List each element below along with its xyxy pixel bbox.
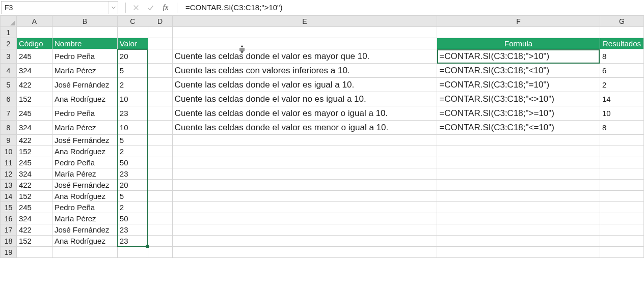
row-header[interactable]: 9 — [1, 135, 17, 146]
cell-G5[interactable]: 2 — [600, 78, 643, 92]
cell-G14[interactable] — [600, 191, 643, 202]
row-header[interactable]: 5 — [1, 78, 17, 92]
cell-C3[interactable]: 20 — [117, 49, 148, 64]
cell-A2[interactable]: Código — [16, 38, 52, 49]
cell-B12[interactable]: María Pérez — [52, 168, 117, 180]
row-header[interactable]: 13 — [1, 180, 17, 191]
cell-E4[interactable]: Cuente las celdas con valores inferiores… — [172, 64, 437, 78]
cell-E3[interactable]: Cuente las celdas donde el valor es mayo… — [172, 49, 437, 64]
cell-D4[interactable] — [148, 64, 172, 78]
cell-F15[interactable] — [437, 202, 600, 213]
col-header-F[interactable]: F — [437, 16, 600, 27]
cell-C1[interactable] — [117, 27, 148, 38]
cell-B2[interactable]: Nombre — [52, 38, 117, 49]
cell-D9[interactable] — [148, 135, 172, 146]
cell-E7[interactable]: Cuente las celdas donde el valor es mayo… — [172, 106, 437, 121]
cell-E16[interactable] — [172, 213, 437, 224]
cell-F16[interactable] — [437, 213, 600, 224]
cell-A17[interactable]: 422 — [16, 224, 52, 236]
col-header-E[interactable]: E — [172, 16, 437, 27]
cell-G2[interactable]: Resultados — [600, 38, 643, 49]
row-header[interactable]: 11 — [1, 157, 17, 168]
cell-A7[interactable]: 245 — [16, 106, 52, 121]
cell-D3[interactable] — [148, 49, 172, 64]
cell-E5[interactable]: Cuente las celdas donde el valor es igua… — [172, 78, 437, 92]
cell-B8[interactable]: María Pérez — [52, 121, 117, 135]
cell-D13[interactable] — [148, 180, 172, 191]
cell-C4[interactable]: 5 — [117, 64, 148, 78]
cell-A9[interactable]: 422 — [16, 135, 52, 146]
name-box-dropdown-icon[interactable] — [109, 2, 118, 14]
cell-F18[interactable] — [437, 236, 600, 247]
cell-B17[interactable]: José Fernández — [52, 224, 117, 236]
cell-A16[interactable]: 324 — [16, 213, 52, 224]
cell-D16[interactable] — [148, 213, 172, 224]
col-header-C[interactable]: C — [117, 16, 148, 27]
cell-C16[interactable]: 50 — [117, 213, 148, 224]
cell-C8[interactable]: 10 — [117, 121, 148, 135]
cell-A4[interactable]: 324 — [16, 64, 52, 78]
row-header[interactable]: 18 — [1, 236, 17, 247]
cell-G10[interactable] — [600, 146, 643, 157]
cell-G17[interactable] — [600, 224, 643, 236]
cell-B19[interactable] — [52, 247, 117, 258]
cell-F2[interactable]: Formula — [437, 38, 600, 49]
cell-C12[interactable]: 23 — [117, 168, 148, 180]
cell-F4[interactable]: =CONTAR.SI(C3:C18;"<10") — [437, 64, 600, 78]
fx-label[interactable]: fx — [157, 3, 174, 12]
cell-A19[interactable] — [16, 247, 52, 258]
cell-A10[interactable]: 152 — [16, 146, 52, 157]
cell-A6[interactable]: 152 — [16, 92, 52, 106]
cell-A14[interactable]: 152 — [16, 191, 52, 202]
cell-D2[interactable] — [148, 38, 172, 49]
name-box[interactable]: F3 — [1, 1, 118, 14]
row-header[interactable]: 14 — [1, 191, 17, 202]
cell-A3[interactable]: 245 — [16, 49, 52, 64]
row-header[interactable]: 16 — [1, 213, 17, 224]
cell-B4[interactable]: María Pérez — [52, 64, 117, 78]
cell-G13[interactable] — [600, 180, 643, 191]
cell-F12[interactable] — [437, 168, 600, 180]
cell-F7[interactable]: =CONTAR.SI(C3:C18;">=10") — [437, 106, 600, 121]
cell-G3[interactable]: 8 — [600, 49, 643, 64]
select-all-corner[interactable] — [1, 16, 17, 27]
cell-B13[interactable]: José Fernández — [52, 180, 117, 191]
cell-E2[interactable] — [172, 38, 437, 49]
col-header-D[interactable]: D — [148, 16, 172, 27]
cell-F14[interactable] — [437, 191, 600, 202]
cell-G4[interactable]: 6 — [600, 64, 643, 78]
cell-G11[interactable] — [600, 157, 643, 168]
cell-C19[interactable] — [117, 247, 148, 258]
cell-A11[interactable]: 245 — [16, 157, 52, 168]
row-header[interactable]: 4 — [1, 64, 17, 78]
cell-G8[interactable]: 8 — [600, 121, 643, 135]
cell-E18[interactable] — [172, 236, 437, 247]
cell-B14[interactable]: Ana Rodríguez — [52, 191, 117, 202]
grid[interactable]: A B C D E F G 12CódigoNombreValorFormula… — [0, 15, 644, 258]
cell-F13[interactable] — [437, 180, 600, 191]
cell-A12[interactable]: 324 — [16, 168, 52, 180]
cell-C15[interactable]: 2 — [117, 202, 148, 213]
cell-G9[interactable] — [600, 135, 643, 146]
cell-B3[interactable]: Pedro Peña — [52, 49, 117, 64]
cell-G19[interactable] — [600, 247, 643, 258]
cell-D14[interactable] — [148, 191, 172, 202]
cell-A1[interactable] — [16, 27, 52, 38]
cell-C10[interactable]: 2 — [117, 146, 148, 157]
col-header-B[interactable]: B — [52, 16, 117, 27]
cell-D8[interactable] — [148, 121, 172, 135]
cell-G16[interactable] — [600, 213, 643, 224]
cell-A5[interactable]: 422 — [16, 78, 52, 92]
row-header[interactable]: 6 — [1, 92, 17, 106]
cell-D1[interactable] — [148, 27, 172, 38]
cell-C13[interactable]: 20 — [117, 180, 148, 191]
cell-F8[interactable]: =CONTAR.SI(C3:C18;"<=10") — [437, 121, 600, 135]
cell-F17[interactable] — [437, 224, 600, 236]
cell-D6[interactable] — [148, 92, 172, 106]
cell-B7[interactable]: Pedro Peña — [52, 106, 117, 121]
cell-E13[interactable] — [172, 180, 437, 191]
cell-E14[interactable] — [172, 191, 437, 202]
cell-B5[interactable]: José Fernández — [52, 78, 117, 92]
cell-D10[interactable] — [148, 146, 172, 157]
cell-A15[interactable]: 245 — [16, 202, 52, 213]
